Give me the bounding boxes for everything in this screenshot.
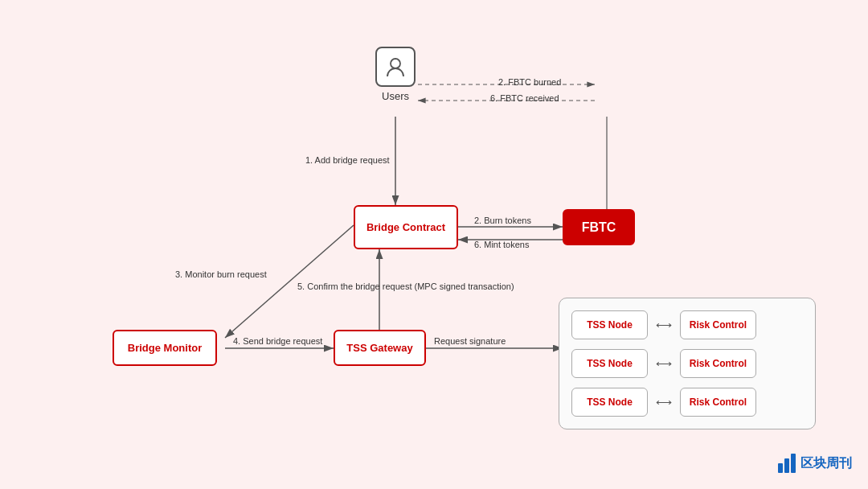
label-add-bridge-request: 1. Add bridge request [305,155,390,165]
watermark-bars [778,454,796,473]
watermark-text: 区块周刊 [800,455,852,472]
tss-row-2: TSS Node ⟷ Risk Control [571,349,803,378]
bar-3 [791,454,796,473]
tss-node-1: TSS Node [571,310,648,339]
label-burn-tokens: 2. Burn tokens [474,216,531,225]
users-label: Users [382,90,409,102]
tss-gateway-node: TSS Gateway [334,330,426,366]
bridge-monitor-node: Bridge Monitor [113,330,217,366]
watermark: 区块周刊 [778,454,852,473]
svg-point-13 [391,59,400,68]
arrow-1: ⟷ [656,318,672,331]
tss-group: TSS Node ⟷ Risk Control TSS Node ⟷ Risk … [559,298,816,429]
tss-row-3: TSS Node ⟷ Risk Control [571,388,803,417]
label-send-bridge: 4. Send bridge request [233,336,322,346]
bar-1 [778,463,783,473]
diagram-container: Users Bridge Contract FBTC Bridge Monito… [0,0,868,489]
risk-control-2: Risk Control [680,349,756,378]
tss-node-2: TSS Node [571,349,648,378]
label-request-signature: Request signature [434,336,506,346]
tss-node-3: TSS Node [571,388,648,417]
bar-2 [784,458,789,473]
users-node: Users [375,47,416,102]
label-confirm-bridge: 5. Confirm the bridge request (MPC signe… [297,281,514,291]
bridge-contract-node: Bridge Contract [354,205,458,249]
label-fbtc-burned: 2. FBTC burned [498,77,561,87]
label-monitor-burn: 3. Monitor burn request [175,269,267,279]
label-fbtc-received: 6. FBTC received [490,93,559,103]
risk-control-1: Risk Control [680,310,756,339]
risk-control-3: Risk Control [680,388,756,417]
user-icon [375,47,416,87]
tss-row-1: TSS Node ⟷ Risk Control [571,310,803,339]
arrow-2: ⟷ [656,357,672,370]
arrow-3: ⟷ [656,396,672,409]
label-mint-tokens: 6. Mint tokens [474,240,529,249]
fbtc-node: FBTC [563,209,635,245]
